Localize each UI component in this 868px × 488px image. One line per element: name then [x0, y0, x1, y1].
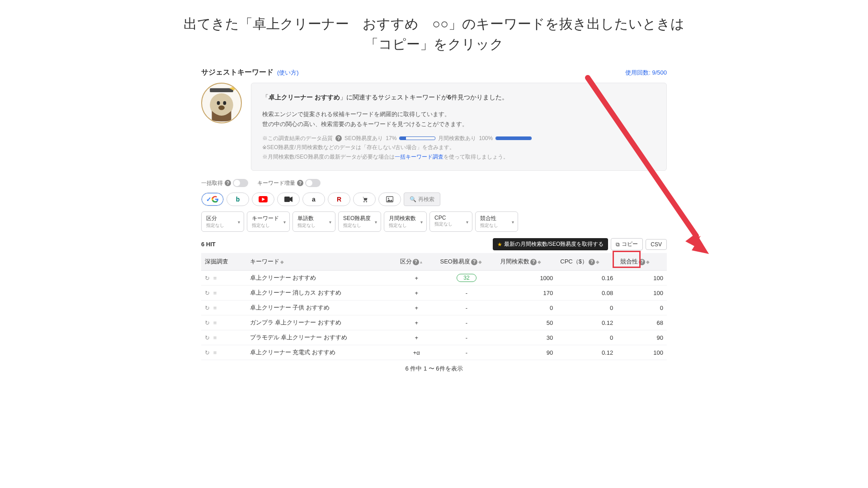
volume-cell: 1000 — [496, 271, 557, 286]
bulk-toggle[interactable] — [233, 179, 248, 187]
svg-marker-10 — [290, 197, 292, 202]
filter-4[interactable]: 月間検索数指定なし — [384, 211, 427, 232]
volume-quality-bar — [495, 136, 532, 140]
howto-link[interactable]: (使い方) — [277, 69, 299, 77]
svg-point-4 — [217, 101, 220, 105]
filter-2[interactable]: 単語数指定なし — [292, 211, 335, 232]
drag-icon[interactable]: ≡ — [213, 319, 218, 326]
drag-icon[interactable]: ≡ — [213, 305, 218, 311]
source-amazon-button[interactable]: a — [302, 192, 325, 206]
category-cell: + — [396, 286, 437, 300]
keyword-cell[interactable]: ガンプラ 卓上クリーナー おすすめ — [246, 315, 396, 330]
help-icon[interactable]: ? — [335, 135, 342, 141]
source-bing-button[interactable]: b — [226, 192, 249, 206]
bulk-research-link[interactable]: 一括キーワード調査 — [395, 154, 443, 160]
app-panel: サジェストキーワード (使い方) 使用回数: 9/500 「卓上クリーナー おす… — [201, 68, 667, 377]
volume-cell: 90 — [496, 345, 557, 360]
th-cpc[interactable]: CPC（$）?◆ — [557, 253, 617, 271]
th-dig[interactable]: 深掘調査 — [201, 253, 246, 271]
pagination-label: 6 件中 1 〜 6件を表示 — [201, 360, 667, 377]
refresh-icon[interactable]: ↻ — [205, 305, 211, 311]
cpc-cell: 0.12 — [557, 315, 617, 330]
mascot-avatar — [201, 83, 242, 123]
increase-toggle[interactable] — [305, 179, 321, 187]
source-google-button[interactable]: ✓ — [201, 192, 224, 206]
fetch-latest-button[interactable]: ★最新の月間検索数/SEO難易度を取得する — [493, 238, 609, 250]
help-icon[interactable]: ? — [297, 180, 303, 186]
competition-cell: 68 — [617, 315, 667, 330]
th-keyword[interactable]: キーワード◆ — [246, 253, 396, 271]
usage-counter: 使用回数: 9/500 — [625, 69, 667, 77]
source-rakuten-button[interactable]: R — [328, 192, 350, 206]
competition-cell: 100 — [617, 271, 667, 286]
copy-button[interactable]: ⧉コピー — [611, 238, 643, 250]
research-button[interactable]: 🔍再検索 — [404, 192, 440, 206]
refresh-icon[interactable]: ↻ — [205, 290, 211, 296]
drag-icon[interactable]: ≡ — [213, 334, 218, 341]
filter-5[interactable]: CPC指定なし — [429, 211, 472, 232]
table-row: ↻ ≡卓上クリーナー おすすめ+3210000.16100 — [201, 271, 667, 286]
info-card: 「卓上クリーナー おすすめ」に関連するサジェストキーワードが6件見つかりました。… — [251, 83, 667, 171]
th-volume[interactable]: 月間検索数?◆ — [496, 253, 557, 271]
keyword-cell[interactable]: 卓上クリーナー おすすめ — [246, 271, 396, 286]
svg-point-11 — [363, 201, 365, 202]
increase-toggle-label: キーワード増量 — [257, 179, 295, 187]
volume-cell: 170 — [496, 286, 557, 300]
table-row: ↻ ≡ガンプラ 卓上クリーナー おすすめ+-500.1268 — [201, 315, 667, 330]
th-seo[interactable]: SEO難易度?◆ — [437, 253, 497, 271]
seo-cell: - — [437, 300, 497, 315]
help-icon[interactable]: ? — [225, 180, 231, 186]
table-row: ↻ ≡卓上クリーナー 消しカス おすすめ+-1700.08100 — [201, 286, 667, 300]
th-competition[interactable]: 競合性?◆ — [617, 253, 667, 271]
svg-point-5 — [223, 101, 226, 105]
filter-6[interactable]: 競合性指定なし — [475, 211, 518, 232]
svg-rect-9 — [284, 197, 290, 202]
seo-cell: - — [437, 345, 497, 360]
volume-cell: 50 — [496, 315, 557, 330]
drag-icon[interactable]: ≡ — [213, 290, 218, 296]
seo-cell: - — [437, 315, 497, 330]
cpc-cell: 0 — [557, 330, 617, 345]
source-image-button[interactable] — [378, 192, 401, 206]
drag-icon[interactable]: ≡ — [213, 275, 218, 282]
th-category[interactable]: 区分?▴ — [396, 253, 437, 271]
cpc-cell: 0.12 — [557, 345, 617, 360]
table-row: ↻ ≡プラモデル 卓上クリーナー おすすめ+-30090 — [201, 330, 667, 345]
bulk-toggle-label: 一括取得 — [201, 179, 223, 187]
search-icon: 🔍 — [410, 196, 416, 202]
filter-0[interactable]: 区分指定なし — [201, 211, 244, 232]
keyword-cell[interactable]: 卓上クリーナー 充電式 おすすめ — [246, 345, 396, 360]
filter-3[interactable]: SEO難易度指定なし — [338, 211, 381, 232]
category-cell: + — [396, 330, 437, 345]
source-video-button[interactable] — [277, 192, 300, 206]
svg-point-14 — [388, 198, 389, 199]
category-cell: + — [396, 300, 437, 315]
filter-1[interactable]: キーワード指定なし — [247, 211, 290, 232]
competition-cell: 100 — [617, 286, 667, 300]
svg-point-6 — [218, 105, 225, 110]
refresh-icon[interactable]: ↻ — [205, 319, 211, 326]
volume-cell: 30 — [496, 330, 557, 345]
cpc-cell: 0.08 — [557, 286, 617, 300]
table-row: ↻ ≡卓上クリーナー 子供 おすすめ+-000 — [201, 300, 667, 315]
refresh-icon[interactable]: ↻ — [205, 275, 211, 282]
category-cell: + — [396, 315, 437, 330]
csv-button[interactable]: CSV — [646, 239, 667, 250]
svg-rect-1 — [210, 88, 233, 92]
drag-icon[interactable]: ≡ — [213, 349, 218, 356]
keyword-cell[interactable]: 卓上クリーナー 消しカス おすすめ — [246, 286, 396, 300]
keyword-cell[interactable]: 卓上クリーナー 子供 おすすめ — [246, 300, 396, 315]
hit-count: 6 HIT — [201, 241, 216, 248]
volume-cell: 0 — [496, 300, 557, 315]
refresh-icon[interactable]: ↻ — [205, 349, 211, 356]
page-title: サジェストキーワード — [201, 68, 274, 77]
competition-cell: 100 — [617, 345, 667, 360]
refresh-icon[interactable]: ↻ — [205, 334, 211, 341]
filter-row: 区分指定なしキーワード指定なし単語数指定なしSEO難易度指定なし月間検索数指定な… — [201, 211, 667, 232]
keyword-table: 深掘調査 キーワード◆ 区分?▴ SEO難易度?◆ 月間検索数?◆ CPC（$）… — [201, 253, 667, 360]
source-youtube-button[interactable] — [252, 192, 274, 206]
category-cell: +α — [396, 345, 437, 360]
source-shopping-button[interactable] — [353, 192, 376, 206]
keyword-cell[interactable]: プラモデル 卓上クリーナー おすすめ — [246, 330, 396, 345]
annotation-text: 出てきた「卓上クリーナー おすすめ ○○」のキーワードを抜き出したいときは 「コ… — [0, 0, 868, 59]
